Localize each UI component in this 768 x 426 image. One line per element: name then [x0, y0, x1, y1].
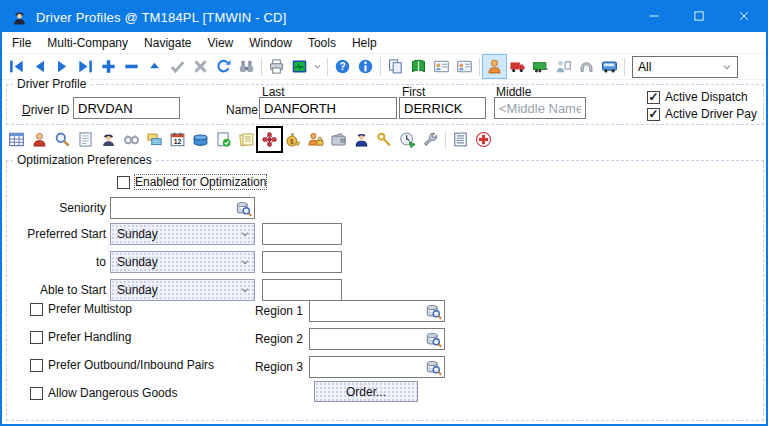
key-icon[interactable] — [373, 128, 396, 151]
minimize-button[interactable] — [631, 2, 676, 32]
active-dispatch-row: Active Dispatch — [647, 90, 748, 104]
calendar-icon[interactable]: 12 — [166, 128, 189, 151]
preferred-end-label: to — [10, 255, 106, 269]
seniority-input[interactable] — [110, 197, 255, 219]
toolbar-icons: ? — [5, 54, 628, 79]
archive-box-icon[interactable] — [189, 128, 212, 151]
menu-tools[interactable]: Tools — [300, 34, 344, 52]
optimization-network-icon[interactable] — [258, 128, 281, 151]
first-name-input[interactable] — [399, 97, 486, 119]
main-toolbar: ? All — [2, 54, 766, 80]
nav-next-icon[interactable] — [51, 55, 74, 78]
able-to-start-time-input[interactable] — [262, 279, 342, 301]
refresh-icon[interactable] — [212, 55, 235, 78]
prefer-outbound-inbound-pairs-checkbox[interactable] — [30, 359, 43, 372]
id-card-alt-icon[interactable] — [453, 55, 476, 78]
filter-dropdown[interactable]: All — [632, 56, 738, 78]
order-button[interactable]: Order... — [314, 381, 418, 402]
driver-entity-icon[interactable] — [483, 55, 506, 78]
print-icon[interactable] — [265, 55, 288, 78]
document-check-icon[interactable] — [212, 128, 235, 151]
person-lock-icon[interactable] — [304, 128, 327, 151]
preferred-end-time-input[interactable] — [262, 251, 342, 273]
able-to-start-day-select[interactable]: Sunday — [110, 279, 255, 301]
region-2-lookup-icon[interactable] — [425, 331, 442, 348]
active-dispatch-checkbox[interactable] — [647, 91, 660, 104]
terminal-monitor-icon[interactable] — [288, 55, 311, 78]
enabled-for-optimization-checkbox[interactable] — [117, 176, 130, 189]
region-1-label: Region 1 — [230, 304, 303, 318]
binoculars-find-icon[interactable] — [235, 55, 258, 78]
carrier-bus-icon[interactable] — [598, 55, 621, 78]
cancel-x-icon[interactable] — [189, 55, 212, 78]
money-bag-icon[interactable]: $ — [281, 128, 304, 151]
wrench-icon[interactable] — [419, 128, 442, 151]
last-name-input[interactable] — [259, 97, 397, 119]
clock-history-icon[interactable] — [396, 128, 419, 151]
green-book-icon[interactable] — [407, 55, 430, 78]
active-driver-pay-checkbox[interactable] — [647, 108, 660, 121]
close-button[interactable] — [721, 2, 766, 32]
notes-stack-icon[interactable] — [235, 128, 258, 151]
nav-first-icon[interactable] — [5, 55, 28, 78]
trailer-entity-icon[interactable] — [529, 55, 552, 78]
maximize-button[interactable] — [676, 2, 721, 32]
help-icon[interactable]: ? — [331, 55, 354, 78]
region-3-lookup-icon[interactable] — [425, 359, 442, 376]
first-aid-icon[interactable] — [472, 128, 495, 151]
profile-tab-strip: 12$ — [5, 128, 495, 151]
prefer-handling-checkbox[interactable] — [30, 331, 43, 344]
able-to-start-label: Able to Start — [10, 283, 106, 297]
officer-person-icon[interactable] — [350, 128, 373, 151]
nav-previous-icon[interactable] — [28, 55, 51, 78]
driver-person-icon[interactable] — [28, 128, 51, 151]
id-card-icon[interactable] — [430, 55, 453, 78]
seniority-label: Seniority — [10, 201, 106, 215]
grid-table-icon[interactable] — [5, 128, 28, 151]
save-check-icon[interactable] — [166, 55, 189, 78]
prefer-multistop-checkbox[interactable] — [30, 303, 43, 316]
info-icon[interactable] — [354, 55, 377, 78]
window-controls — [631, 2, 766, 32]
handcuffs-icon[interactable] — [120, 128, 143, 151]
preferred-start-day-select[interactable]: Sunday — [110, 223, 255, 245]
collapse-up-icon[interactable] — [143, 55, 166, 78]
seniority-lookup-icon[interactable] — [235, 200, 252, 217]
region-1-lookup-icon[interactable] — [425, 303, 442, 320]
name-label: Name — [226, 103, 258, 117]
report-document-icon[interactable] — [449, 128, 472, 151]
driver-cap-icon[interactable] — [97, 128, 120, 151]
allow-dangerous-goods-checkbox[interactable] — [30, 387, 43, 400]
window-driver-icon — [11, 9, 28, 26]
minimize-icon — [648, 8, 660, 26]
horseshoe-icon[interactable] — [575, 55, 598, 78]
region-3-label: Region 3 — [230, 360, 303, 374]
window-title: Driver Profiles @ TM184PL [TMWIN - CD] — [36, 10, 287, 25]
truck-entity-icon[interactable] — [506, 55, 529, 78]
preferred-end-day-select[interactable]: Sunday — [110, 251, 255, 273]
copy-document-icon[interactable] — [384, 55, 407, 78]
pay-cards-icon[interactable] — [143, 128, 166, 151]
app-window: Driver Profiles @ TM184PL [TMWIN - CD] F… — [0, 0, 768, 426]
menu-bar: FileMulti-CompanyNavigateViewWindowTools… — [2, 32, 766, 54]
prefer-outbound-inbound-pairs-row: Prefer Outbound/Inbound Pairs — [30, 358, 214, 372]
menu-view[interactable]: View — [199, 34, 241, 52]
driver-profile-group-label: Driver Profile — [13, 77, 90, 91]
nav-last-icon[interactable] — [74, 55, 97, 78]
toolbar-separator — [479, 58, 480, 76]
menu-multi-company[interactable]: Multi-Company — [39, 34, 136, 52]
profile-document-icon[interactable] — [74, 128, 97, 151]
menu-window[interactable]: Window — [241, 34, 300, 52]
preferred-start-time-input[interactable] — [262, 223, 342, 245]
wallet-icon[interactable] — [327, 128, 350, 151]
menu-help[interactable]: Help — [344, 34, 385, 52]
person-document-icon[interactable] — [552, 55, 575, 78]
menu-file[interactable]: File — [4, 34, 39, 52]
delete-record-icon[interactable] — [120, 55, 143, 78]
add-record-icon[interactable] — [97, 55, 120, 78]
menu-navigate[interactable]: Navigate — [136, 34, 199, 52]
magnifier-icon[interactable] — [51, 128, 74, 151]
driver-id-input[interactable] — [73, 97, 180, 119]
terminal-dropdown-chevron-icon[interactable] — [311, 56, 324, 78]
middle-name-input[interactable] — [494, 97, 586, 119]
